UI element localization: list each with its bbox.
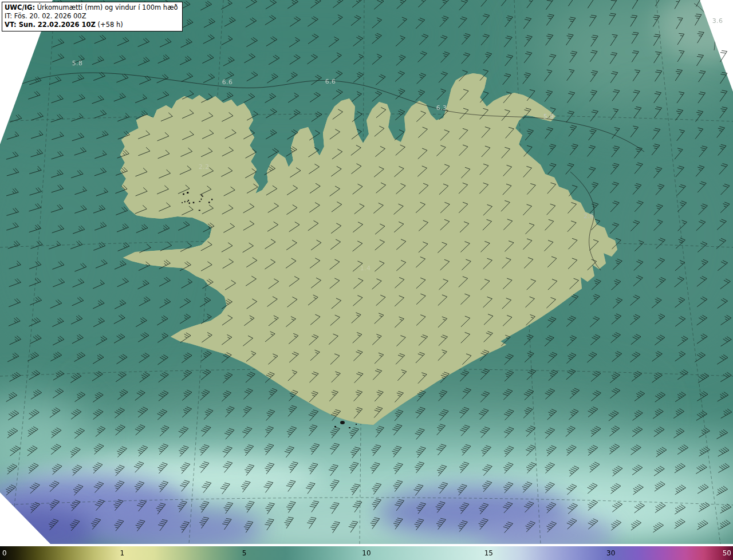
valid-time-line: VT: Sun. 22.02.2026 10Z (+58 h) [5, 21, 178, 29]
valid-time-value: Sun. 22.02.2026 10Z [17, 21, 96, 29]
init-time-label: IT: [5, 12, 12, 20]
map-title-box: UWC/IG: Úrkomumætti (mm) og vindur í 100… [2, 2, 183, 31]
map-title-text: Úrkomumætti (mm) og vindur í 100m hæð [35, 3, 178, 11]
colorbar-tick-50: 50 [723, 549, 731, 557]
colorbar-tick-1: 1 [120, 549, 125, 557]
weather-map-app: 3.65.86.66.66.35.92.62.21.4 UWC/IG: Úrko… [0, 0, 733, 560]
map-area: 3.65.86.66.66.35.92.62.21.4 UWC/IG: Úrko… [0, 0, 733, 544]
model-id-label: UWC/IG: [5, 3, 35, 11]
init-time-value: Fös. 20. 02. 2026 00Z [12, 12, 86, 20]
init-time-line: IT: Fös. 20. 02. 2026 00Z [5, 12, 178, 21]
colorbar: 01510153050 [0, 544, 733, 560]
map-title-line: UWC/IG: Úrkomumætti (mm) og vindur í 100… [5, 3, 178, 12]
forecast-hour: (+58 h) [96, 21, 123, 29]
valid-time-label: VT: [5, 21, 17, 29]
colorbar-tick-5: 5 [242, 549, 247, 557]
colorbar-tick-10: 10 [362, 549, 371, 557]
colorbar-ticks: 01510153050 [0, 546, 733, 560]
colorbar-tick-0: 0 [2, 549, 7, 557]
colorbar-tick-15: 15 [484, 549, 493, 557]
wind-barbs-layer [0, 0, 733, 544]
colorbar-tick-30: 30 [606, 549, 615, 557]
